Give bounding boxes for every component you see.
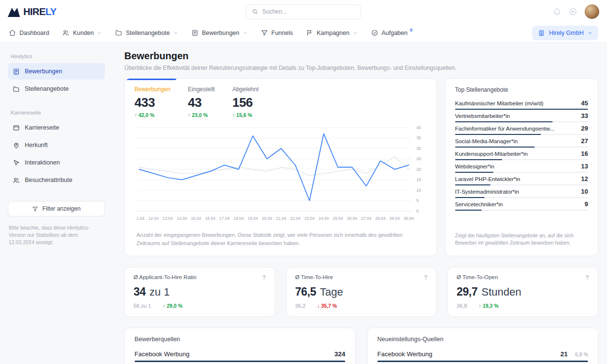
add-circle-icon[interactable] — [569, 7, 577, 16]
job-row[interactable]: Fachinformatiker für Anwendungsentw...29 — [455, 123, 588, 135]
svg-text:14.04: 14.04 — [177, 216, 187, 221]
job-row[interactable]: Webdesigner*in13 — [455, 161, 588, 173]
sidebar: Hirelytics Bewerbungen Stellenangebote K… — [0, 43, 113, 364]
job-row[interactable]: Kundensupport-Mitarbeiter*in16 — [455, 149, 588, 160]
filter-button-label: Filter anzeigen — [42, 205, 81, 212]
svg-text:35: 35 — [416, 135, 421, 140]
page-subtitle: Überblicke die Effektivität deiner Rekru… — [124, 65, 598, 71]
job-title: Kaufmännischer Mitarbeiter (m/w/d) — [455, 100, 543, 106]
job-applications-count: 10 — [581, 188, 588, 195]
search-input[interactable] — [262, 8, 355, 15]
source-label: Facebook Werbung — [377, 350, 560, 358]
kpi-unit: Stunden — [482, 286, 522, 298]
topbar: HIRELY — [0, 0, 607, 23]
job-applications-count: 13 — [581, 163, 588, 170]
kpi-value: 76,5 — [295, 285, 316, 298]
help-icon[interactable]: ? — [586, 274, 589, 281]
applications-icon — [13, 68, 20, 75]
campaign-flag-icon — [306, 29, 313, 36]
svg-text:30: 30 — [416, 146, 421, 151]
top-jobs-card: Top Stellenangebote Kaufmännischer Mitar… — [445, 78, 598, 256]
tab-label: Abgelehnt — [232, 86, 258, 93]
sidebar-label: Interaktionen — [25, 159, 60, 166]
tab-bewerbungen[interactable]: Bewerbungen 433 ↑ 42,0 % — [135, 86, 170, 118]
svg-text:30.04: 30.04 — [404, 216, 414, 221]
job-row[interactable]: Laravel PHP-Entwickler*in12 — [455, 174, 588, 185]
help-icon[interactable]: ? — [262, 274, 266, 281]
tab-value: 433 — [135, 95, 170, 110]
svg-text:21.04: 21.04 — [276, 216, 286, 221]
job-title: Vertriebsmitarbeiter*in — [455, 113, 510, 119]
folder-icon — [13, 85, 20, 93]
funnel-icon — [261, 29, 268, 36]
source-value: 21 — [560, 350, 568, 358]
notifications-bell-icon[interactable] — [553, 7, 561, 16]
sidebar-item-herkunft[interactable]: Herkunft — [8, 137, 105, 153]
job-row[interactable]: IT-Systemadministrator*in10 — [455, 186, 588, 198]
job-row[interactable]: Servicetechniker*in9 — [455, 199, 588, 211]
svg-text:16.04: 16.04 — [205, 216, 215, 221]
job-title: Webdesigner*in — [455, 164, 494, 169]
kpi-previous-value: 36,2 — [295, 303, 305, 309]
new-hire-sources-card: Neueinstellungs-Quellen Facebook Werbung… — [367, 328, 598, 364]
svg-text:26.04: 26.04 — [347, 216, 357, 221]
nav-item-funnels[interactable]: Funnels — [261, 29, 293, 36]
chevron-down-icon — [353, 31, 358, 35]
source-bar — [377, 361, 588, 362]
nav-item-bewerbungen[interactable]: Bewerbungen — [191, 29, 248, 36]
job-bar — [455, 109, 588, 110]
nav-item-dashboard[interactable]: Dashboard — [9, 29, 49, 36]
nav-item-stellenangebote[interactable]: Stellenangebote — [115, 29, 178, 36]
source-percentage: 6,8 % — [568, 351, 588, 357]
building-icon — [538, 30, 545, 36]
svg-text:13.04: 13.04 — [163, 216, 173, 221]
tab-value: 43 — [188, 95, 215, 110]
svg-text:15.04: 15.04 — [191, 216, 201, 221]
tab-abgelehnt[interactable]: Abgelehnt 156 ↑ 15,6 % — [232, 86, 258, 118]
hirely-logo[interactable]: HIRELY — [8, 6, 56, 17]
page-title: Bewerbungen — [124, 50, 598, 62]
user-avatar[interactable] — [585, 4, 599, 19]
help-icon[interactable]: ? — [424, 274, 427, 281]
kpi-label: Ø Applicant-To-Hire Ratio — [134, 274, 197, 280]
show-filters-button[interactable]: Filter anzeigen — [8, 201, 105, 216]
applications-line-chart: 051015202530354011.0412.0413.0414.0415.0… — [136, 124, 427, 224]
chevron-down-icon — [588, 31, 592, 35]
nav-item-kampagnen[interactable]: Kampagnen — [306, 29, 357, 36]
sidebar-item-interaktionen[interactable]: Interaktionen — [8, 154, 105, 171]
job-row[interactable]: Kaufmännischer Mitarbeiter (m/w/d)45 — [455, 98, 588, 110]
job-applications-count: 33 — [581, 112, 588, 119]
job-row[interactable]: Social-Media-Manager*in27 — [455, 136, 588, 148]
sidebar-item-besucherattribute[interactable]: Besucherattribute — [8, 172, 105, 188]
nav-label: Dashboard — [19, 30, 49, 36]
nav-label: Kunden — [73, 30, 94, 36]
job-title: IT-Systemadministrator*in — [455, 189, 519, 195]
job-applications-count: 9 — [585, 200, 588, 208]
job-bar — [455, 210, 588, 211]
tab-eingestellt[interactable]: Eingestellt 43 ↑ 23,0 % — [188, 86, 215, 118]
svg-text:40: 40 — [416, 125, 421, 130]
sidebar-label: Bewerbungen — [25, 68, 62, 75]
sidebar-item-stellenangebote[interactable]: Stellenangebote — [8, 81, 105, 97]
source-row[interactable]: Facebook Werbung324 — [135, 348, 345, 362]
source-row[interactable]: Facebook Werbung216,8 % — [377, 348, 588, 362]
nav-item-aufgaben[interactable]: Aufgaben 0 — [371, 29, 414, 36]
sidebar-item-karriereseite[interactable]: Karriereseite — [8, 119, 105, 136]
sidebar-item-bewerbungen[interactable]: Bewerbungen — [8, 63, 105, 80]
kpi-previous-value: 36,8 — [456, 303, 467, 309]
svg-text:22.04: 22.04 — [290, 216, 301, 221]
job-bar — [455, 184, 588, 185]
chart-description: Anzahl der eingegangenen Bewerbungen. Di… — [125, 224, 437, 256]
job-row[interactable]: Vertriebsmitarbeiter*in33 — [455, 111, 588, 122]
kpi-change: ↑ 19,3 % — [479, 303, 499, 309]
svg-text:20: 20 — [416, 167, 421, 172]
folder-icon — [115, 29, 122, 36]
svg-text:11.04: 11.04 — [136, 216, 144, 221]
nav-item-kunden[interactable]: Kunden — [62, 29, 102, 36]
search-box[interactable] — [246, 4, 361, 19]
tab-label: Eingestellt — [188, 86, 215, 93]
company-switcher-button[interactable]: Hirely GmbH — [532, 26, 598, 40]
svg-text:10: 10 — [416, 188, 421, 193]
tasks-check-icon — [371, 29, 378, 36]
job-title: Laravel PHP-Entwickler*in — [455, 176, 520, 182]
